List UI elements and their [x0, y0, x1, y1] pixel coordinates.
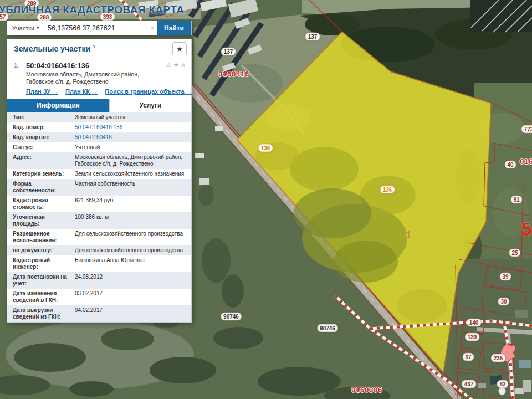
- info-row: Статус:Учтенный: [7, 142, 191, 152]
- info-row-value: Земельный участок: [74, 112, 191, 122]
- info-row-value: 03.02.2017: [74, 289, 191, 305]
- info-row: Уточненная площадь:100 386 кв. м: [7, 212, 191, 229]
- info-row-label: Адрес:: [7, 152, 74, 169]
- chevron-down-icon: ▾: [37, 25, 39, 30]
- info-row: Разрешенное использование:Для сельскохоз…: [7, 229, 191, 245]
- tab-information[interactable]: Информация: [7, 99, 109, 112]
- collapse-chevron-icon[interactable]: ∧: [181, 62, 186, 69]
- info-row-label: Кадастровая стоимость:: [7, 196, 74, 212]
- cadastral-map-app: 2892883934571371370160416136136477301604…: [0, 0, 532, 399]
- panel-header: Земельные участки 1 ★: [7, 39, 191, 58]
- arrow-right-icon: →: [91, 88, 98, 95]
- info-row-value-link[interactable]: 50:04:0160416:136: [74, 122, 191, 132]
- arrow-right-icon: →: [52, 88, 58, 95]
- panel-tabs: Информация Услуги: [7, 99, 191, 112]
- info-row: Кад. квартал:50:04:0160416: [7, 132, 191, 142]
- info-row-label: Категория земель:: [7, 169, 74, 179]
- info-row: Адрес:Московская область, Дмитровский ра…: [7, 152, 191, 169]
- info-row-value: 100 386 кв. м: [74, 212, 191, 229]
- info-row: Дата изменения сведений в ГКН:03.02.2017: [7, 289, 191, 305]
- info-row-label: Разрешенное использование:: [7, 229, 74, 245]
- favorites-button[interactable]: ★: [172, 42, 187, 55]
- search-result-item: 1. ⚠ ★ ∧ 50:04:0160416:136 Московская об…: [7, 58, 191, 99]
- info-row-label: Дата постановки на учет:: [7, 272, 74, 289]
- tab-services[interactable]: Услуги: [109, 99, 191, 112]
- info-row-label: Дата изменения сведений в ГКН:: [7, 289, 74, 305]
- info-row-label: Форма собственности:: [7, 179, 74, 196]
- info-row-label: Кад. квартал:: [7, 132, 74, 142]
- info-row-label: Уточненная площадь:: [7, 212, 74, 229]
- info-row-value: Учтенный: [74, 142, 191, 152]
- search-in-bounds-link[interactable]: Поиск в границах объекта →: [105, 88, 192, 95]
- info-row-value: Частная собственность: [74, 179, 191, 196]
- info-row-label: Тип:: [7, 112, 74, 122]
- info-row: Кад. номер:50:04:0160416:136: [7, 122, 191, 132]
- info-row: Форма собственности:Частная собственност…: [7, 179, 191, 196]
- search-submit-button[interactable]: Найти: [157, 21, 191, 35]
- result-icons: ⚠ ★ ∧: [166, 62, 186, 69]
- clear-icon[interactable]: ×: [148, 21, 157, 35]
- star-icon[interactable]: ★: [173, 62, 179, 69]
- info-row: Кадастровая стоимость:621 389,34 руб.: [7, 196, 191, 212]
- plan-links: План ЗУ → План КК → Поиск в границах объ…: [26, 88, 186, 95]
- site-title: УБЛИЧНАЯ КАДАСТРОВАЯ КАРТА: [0, 4, 184, 16]
- cadastral-number: 50:04:0160416:136: [26, 62, 186, 70]
- plan-kk-link[interactable]: План КК →: [65, 88, 98, 95]
- parcel-address: Московская область, Дмитровский район, Г…: [26, 71, 186, 85]
- search-category-dropdown[interactable]: Участки ▾: [7, 21, 44, 35]
- info-row-value: 04.02.2017: [74, 305, 191, 322]
- star-icon: ★: [176, 45, 183, 53]
- info-row: Кадастровый инженер:Бонюшкина Анна Юрьев…: [7, 255, 191, 272]
- info-row-value: 621 389,34 руб.: [74, 196, 191, 212]
- panel-title: Земельные участки 1: [14, 44, 95, 53]
- warning-triangle-icon: ⚠: [166, 62, 171, 69]
- info-row-value: 24.08.2012: [74, 272, 191, 289]
- info-row-value: Московская область, Дмитровский район, Г…: [74, 152, 191, 169]
- search-input[interactable]: [44, 21, 148, 35]
- info-row-label: Кадастровый инженер:: [7, 255, 74, 272]
- info-row: Категория земель:Земли сельскохозяйствен…: [7, 169, 191, 179]
- info-row-value: Земли сельскохозяйственного назначения: [74, 169, 191, 179]
- info-row-label: Статус:: [7, 142, 74, 152]
- info-row-value: Для сельскохозяйственного производства: [74, 245, 191, 255]
- plan-zu-link[interactable]: План ЗУ →: [26, 88, 58, 95]
- info-row-label: по документу:: [7, 245, 74, 255]
- greenhouse-grid: [470, 0, 532, 32]
- arrow-right-icon: →: [186, 88, 192, 95]
- info-row-value-link[interactable]: 50:04:0160416: [74, 132, 191, 142]
- info-row-label: Дата выгрузки сведений из ГКН:: [7, 305, 74, 322]
- result-count: 1: [93, 44, 95, 49]
- result-index: 1.: [14, 62, 19, 69]
- info-row: Дата постановки на учет:24.08.2012: [7, 272, 191, 289]
- info-row-value: Бонюшкина Анна Юрьевна: [74, 255, 191, 272]
- search-category-label: Участки: [12, 25, 34, 32]
- info-row: по документу:Для сельскохозяйственного п…: [7, 245, 191, 255]
- info-row: Дата выгрузки сведений из ГКН:04.02.2017: [7, 305, 191, 322]
- info-row: Тип:Земельный участок: [7, 112, 191, 122]
- info-row-value: Для сельскохозяйственного производства: [74, 229, 191, 245]
- info-row-label: Кад. номер:: [7, 122, 74, 132]
- search-bar: Участки ▾ × Найти: [7, 21, 192, 35]
- info-table: Тип:Земельный участокКад. номер:50:04:01…: [7, 112, 191, 322]
- parcel-info-panel: Земельные участки 1 ★ 1. ⚠ ★ ∧ 50:04:016…: [7, 39, 192, 323]
